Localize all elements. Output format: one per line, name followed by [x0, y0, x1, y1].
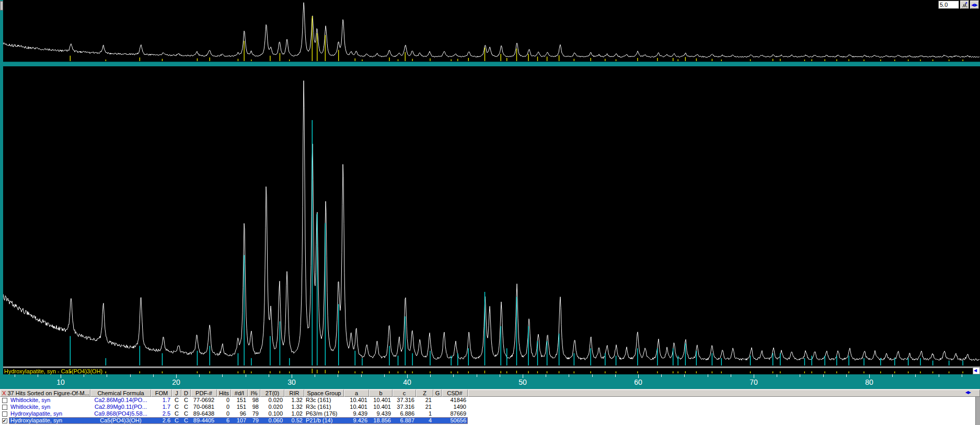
cell-z: 21 — [416, 397, 433, 404]
column-header-fom[interactable]: FOM — [151, 389, 172, 397]
axis-label: 30 — [287, 378, 296, 386]
column-header-csd-[interactable]: CSD# — [442, 389, 468, 397]
axis-tick — [153, 374, 154, 377]
cell-g — [433, 397, 442, 404]
statusbar-scroll-button[interactable]: ◀ — [973, 367, 980, 374]
two-theta-axis[interactable]: 1020304050607080 — [0, 374, 980, 389]
axis-label: 50 — [518, 378, 527, 386]
phase-name-cell[interactable]: Hydroxylapatite, syn — [9, 417, 90, 424]
start-angle-input[interactable] — [938, 1, 959, 9]
phase-line-markers — [3, 368, 970, 374]
axis-tick — [338, 374, 338, 377]
axis-tick — [384, 374, 385, 377]
axis-tick — [107, 374, 107, 377]
hits-table-header: X 37 Hits Sorted on Figure-Of-M...Chemic… — [0, 389, 980, 397]
column-header-37-hits-sorted-on-figure-of-m-[interactable]: X 37 Hits Sorted on Figure-Of-M... — [0, 389, 90, 397]
overview-pattern-panel[interactable] — [3, 0, 980, 62]
axis-tick — [361, 374, 362, 377]
table-row[interactable]: Hydroxylapatite, synCa9.868(PO4)5.58...2… — [0, 410, 980, 417]
axis-tick — [477, 374, 477, 377]
column-header-z[interactable]: Z — [416, 389, 433, 397]
axis-tick — [638, 374, 639, 378]
axis-tick — [592, 374, 593, 377]
cell-pdf: 89-4405 — [191, 417, 217, 424]
cell-ipct: 79 — [248, 410, 260, 417]
cell-a: 9.426 — [344, 417, 369, 424]
table-row[interactable]: Whitlockite, synCa2.86Mg0.14(PO...1.7CC7… — [0, 397, 980, 404]
cell-g — [433, 410, 442, 417]
phase-checkbox[interactable] — [2, 405, 7, 410]
table-row[interactable]: ✔Hydroxylapatite, synCa5(PO4)3(OH)2.6CC8… — [0, 417, 980, 424]
axis-label: 20 — [172, 378, 180, 386]
cell-csd: 41846 — [442, 397, 468, 404]
cell-c: 6.887 — [393, 417, 416, 424]
column-header-a[interactable]: a — [344, 389, 369, 397]
cell-d: C — [181, 397, 191, 404]
column-header-j[interactable]: J — [172, 389, 181, 397]
axis-tick — [130, 374, 131, 377]
axis-tick — [915, 374, 916, 377]
cell-j: C — [172, 410, 181, 417]
column-header-c[interactable]: c — [393, 389, 416, 397]
cell-hits: 6 — [217, 417, 231, 424]
hits-table: X 37 Hits Sorted on Figure-Of-M...Chemic… — [0, 389, 980, 425]
table-vertical-scrollbar[interactable] — [975, 397, 980, 425]
cell-ipct: 98 — [248, 397, 260, 404]
phase-name-cell[interactable]: Whitlockite, syn — [9, 397, 90, 404]
pan-arrows-button[interactable]: ◀▶ — [970, 1, 979, 9]
column-header-hits[interactable]: Hits — [217, 389, 231, 397]
axis-tick — [222, 374, 223, 377]
axis-tick — [754, 374, 754, 378]
column-header-2t-0-[interactable]: 2T(0) — [260, 389, 284, 397]
cell-b: 10.401 — [369, 404, 393, 410]
cell-b: 9.439 — [369, 410, 393, 417]
column-header-pdf-[interactable]: PDF-# — [191, 389, 217, 397]
cell-z: 4 — [416, 417, 433, 424]
column-header-i-[interactable]: I% — [248, 389, 260, 397]
axis-tick — [661, 374, 662, 377]
cell-sg: R3c (161) — [304, 404, 344, 410]
main-pattern-panel[interactable] — [3, 66, 980, 367]
phase-checkbox[interactable] — [2, 398, 7, 403]
checkbox-cell: ✔ — [0, 417, 9, 424]
cell-a: 10.401 — [344, 397, 369, 404]
cell-d: C — [181, 417, 191, 424]
column-header-space-group[interactable]: Space Group — [304, 389, 344, 397]
panel-separator[interactable] — [0, 62, 980, 66]
axis-tick — [407, 374, 408, 378]
cell-di: 96 — [231, 410, 248, 417]
column-header--d-i[interactable]: #d/I — [231, 389, 248, 397]
column-header-label: 37 Hits Sorted on Figure-Of-M... — [6, 390, 89, 396]
column-scroll-arrows[interactable]: ◀▶ — [965, 390, 971, 395]
column-header-d[interactable]: D — [181, 389, 191, 397]
cell-rir: 0.52 — [284, 417, 304, 424]
column-header-rir[interactable]: RIR — [284, 389, 304, 397]
table-row[interactable]: Whitlockite, synCa2.89Mg0.11(PO...1.7CC7… — [0, 404, 980, 410]
phase-checkbox[interactable]: ✔ — [2, 418, 7, 423]
axis-label: 60 — [634, 378, 642, 386]
column-header-chemical-formula[interactable]: Chemical Formula — [90, 389, 151, 397]
axis-label: 70 — [750, 378, 758, 386]
axis-tick — [523, 374, 523, 378]
axis-tick — [199, 374, 200, 377]
column-header-b[interactable]: b — [369, 389, 393, 397]
cell-tt0: 0.020 — [260, 404, 284, 410]
phase-status-bar[interactable]: Hydroxylapatite, syn - Ca5(PO4)3(OH) ◀ — [0, 368, 980, 374]
cell-j: C — [172, 417, 181, 424]
axis-tick — [84, 374, 84, 377]
phase-checkbox[interactable] — [2, 411, 7, 417]
cell-c: 37.316 — [393, 404, 416, 410]
cell-di: 151 — [231, 404, 248, 410]
cell-pdf: 70-0681 — [191, 404, 217, 410]
hits-table-body: Whitlockite, synCa2.86Mg0.14(PO...1.7CC7… — [0, 397, 980, 424]
axis-tick — [939, 374, 939, 377]
axis-tick — [777, 374, 777, 377]
column-header-g[interactable]: G — [433, 389, 442, 397]
cell-g — [433, 404, 442, 410]
phase-name-cell[interactable]: Hydroxylapatite, syn — [9, 410, 90, 417]
intensity-scale-button[interactable] — [960, 1, 969, 9]
phase-name-cell[interactable]: Whitlockite, syn — [9, 404, 90, 410]
axis-tick — [869, 374, 870, 378]
vertical-scroll-thumb[interactable] — [0, 1, 3, 10]
axis-tick — [61, 374, 61, 378]
